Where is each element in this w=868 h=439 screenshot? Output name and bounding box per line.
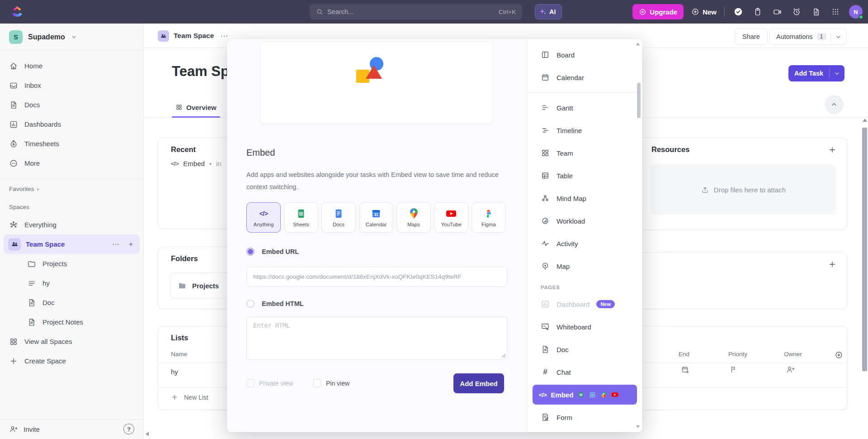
record-button[interactable] bbox=[771, 6, 783, 18]
view-option-map[interactable]: Map bbox=[527, 255, 642, 277]
sidebar-item-team-space[interactable]: Team Space ⋯ + bbox=[4, 234, 140, 254]
app-option-anything[interactable]: </> Anything bbox=[246, 202, 281, 233]
view-option-chat[interactable]: #Chat bbox=[527, 361, 642, 383]
clipboard-button[interactable] bbox=[752, 6, 764, 18]
radio-selected-icon[interactable] bbox=[246, 248, 255, 256]
breadcrumb-menu-button[interactable]: ⋯ bbox=[218, 31, 230, 41]
column-name[interactable]: Name bbox=[171, 351, 187, 358]
list-row-hy[interactable]: hy bbox=[171, 368, 178, 376]
ai-button[interactable]: AI bbox=[535, 4, 562, 19]
view-option-calendar[interactable]: Calendar bbox=[527, 66, 642, 89]
view-option-team[interactable]: Team bbox=[527, 142, 642, 164]
private-view-checkbox-row[interactable]: Private view bbox=[246, 379, 293, 387]
set-priority-button[interactable] bbox=[729, 365, 738, 374]
recent-item-embed[interactable]: </> Embed • in bbox=[171, 160, 222, 167]
space-add-button[interactable]: + bbox=[127, 240, 135, 248]
view-option-embed-selected[interactable]: </> Embed 31 bbox=[527, 383, 642, 406]
view-option-dashboard[interactable]: Dashboard New bbox=[527, 293, 642, 315]
share-button[interactable]: Share bbox=[735, 29, 768, 45]
reminder-button[interactable] bbox=[791, 6, 802, 18]
page-scrollbar[interactable] bbox=[862, 128, 867, 371]
sidebar-item-home[interactable]: Home bbox=[0, 56, 143, 76]
new-button[interactable]: New bbox=[691, 4, 717, 19]
space-menu-button[interactable]: ⋯ bbox=[110, 240, 122, 248]
set-end-date-button[interactable] bbox=[681, 365, 690, 374]
chevron-down-icon bbox=[835, 33, 842, 40]
embed-url-option[interactable]: Embed URL bbox=[246, 248, 299, 256]
set-owner-button[interactable] bbox=[786, 365, 795, 374]
page-scroll-up-arrow[interactable] bbox=[863, 119, 867, 122]
pin-view-checkbox-row[interactable]: Pin view bbox=[313, 379, 349, 387]
sidebar-item-more[interactable]: More bbox=[0, 153, 143, 173]
embed-url-input[interactable] bbox=[246, 267, 507, 286]
view-option-label: Form bbox=[557, 414, 572, 421]
file-dropzone[interactable]: Drop files here to attach bbox=[651, 164, 836, 215]
help-button[interactable]: ? bbox=[123, 424, 134, 434]
add-task-dropdown[interactable] bbox=[830, 70, 844, 77]
panel-scroll-up-arrow[interactable] bbox=[636, 43, 640, 45]
sidebar-item-project-notes[interactable]: Project Notes bbox=[0, 312, 143, 332]
page-scroll-left-arrow[interactable] bbox=[146, 432, 149, 436]
collapse-button[interactable] bbox=[825, 95, 844, 114]
add-item-button[interactable] bbox=[827, 259, 838, 270]
sidebar-item-hy[interactable]: hy bbox=[0, 273, 143, 293]
add-embed-button[interactable]: Add Embed bbox=[453, 373, 504, 393]
embed-html-textarea[interactable] bbox=[246, 317, 507, 360]
sidebar-item-projects[interactable]: Projects bbox=[0, 254, 143, 273]
user-avatar[interactable]: N bbox=[849, 5, 863, 19]
column-owner[interactable]: Owner bbox=[784, 351, 802, 358]
sidebar-item-doc[interactable]: Doc bbox=[0, 293, 143, 312]
automations-button[interactable]: Automations 1 bbox=[769, 29, 847, 45]
column-end[interactable]: End bbox=[679, 351, 689, 358]
sidebar-item-docs[interactable]: Docs bbox=[0, 95, 143, 115]
sidebar-item-timesheets[interactable]: Timesheets bbox=[0, 134, 143, 153]
sidebar-item-dashboards[interactable]: Dashboards bbox=[0, 115, 143, 134]
checkbox-icon[interactable] bbox=[246, 379, 255, 387]
view-option-form[interactable]: Form bbox=[527, 406, 642, 429]
checkbox-icon[interactable] bbox=[313, 379, 321, 387]
view-option-table[interactable]: Table bbox=[527, 164, 642, 187]
search-input[interactable] bbox=[327, 8, 495, 15]
add-resource-button[interactable] bbox=[827, 144, 838, 155]
app-option-sheets[interactable]: Sheets bbox=[284, 202, 318, 233]
add-task-label: Add Task bbox=[788, 70, 829, 77]
radio-unselected-icon[interactable] bbox=[246, 300, 255, 308]
app-option-docs[interactable]: Docs bbox=[321, 202, 356, 233]
clickup-logo-icon[interactable] bbox=[10, 5, 24, 19]
view-option-mind-map[interactable]: Mind Map bbox=[527, 187, 642, 210]
search-bar[interactable]: Ctrl+K bbox=[310, 4, 522, 19]
view-option-doc[interactable]: Doc bbox=[527, 338, 642, 361]
favorites-section[interactable]: Favorites › bbox=[0, 181, 143, 197]
sidebar-item-create-space[interactable]: Create Space bbox=[0, 351, 143, 371]
column-priority[interactable]: Priority bbox=[728, 351, 747, 358]
panel-scrollbar[interactable] bbox=[637, 83, 641, 118]
sidebar-item-view-all-spaces[interactable]: View all Spaces bbox=[0, 332, 143, 351]
view-option-gantt[interactable]: Gantt bbox=[527, 96, 642, 119]
app-option-figma[interactable]: Figma bbox=[472, 202, 506, 233]
app-option-maps[interactable]: Maps bbox=[396, 202, 431, 233]
sidebar-item-everything[interactable]: Everything bbox=[0, 215, 143, 234]
add-column-button[interactable] bbox=[835, 351, 844, 361]
embed-html-option[interactable]: Embed HTML bbox=[246, 300, 304, 308]
new-list-button[interactable]: New List bbox=[171, 393, 208, 401]
notepad-button[interactable] bbox=[810, 6, 822, 18]
add-task-button[interactable]: Add Task bbox=[788, 65, 844, 81]
upgrade-button[interactable]: Upgrade bbox=[632, 4, 684, 19]
apps-button[interactable] bbox=[830, 6, 841, 18]
tasks-check-button[interactable] bbox=[732, 6, 744, 18]
breadcrumb[interactable]: Team Space ⋯ bbox=[158, 29, 230, 43]
view-option-whiteboard[interactable]: Whiteboard bbox=[527, 315, 642, 338]
panel-scroll-down-arrow[interactable] bbox=[636, 425, 640, 428]
view-option-board[interactable]: Board bbox=[527, 43, 642, 66]
sidebar-footer: Invite bbox=[0, 419, 143, 439]
invite-button[interactable]: Invite bbox=[24, 425, 40, 433]
tab-overview[interactable]: Overview bbox=[172, 97, 220, 117]
app-option-youtube[interactable]: YouTube bbox=[434, 202, 468, 233]
app-option-calendar[interactable]: 31 Calendar bbox=[359, 202, 393, 233]
view-option-timeline[interactable]: Timeline bbox=[527, 119, 642, 142]
view-option-workload[interactable]: Workload bbox=[527, 210, 642, 232]
sidebar-item-inbox[interactable]: Inbox bbox=[0, 76, 143, 95]
resize-handle[interactable] bbox=[501, 353, 506, 358]
workspace-switcher[interactable]: S Supademo bbox=[0, 24, 143, 51]
view-option-activity[interactable]: Activity bbox=[527, 232, 642, 255]
